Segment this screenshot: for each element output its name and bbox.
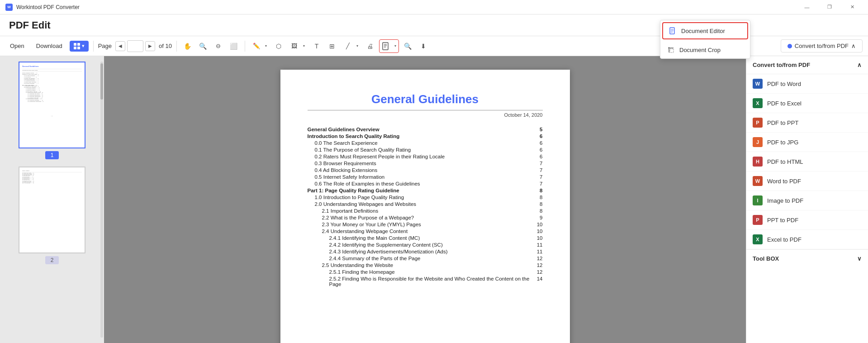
close-button[interactable]: ✕	[842, 0, 863, 14]
toc-page-num: 9	[540, 215, 542, 220]
document-dropdown-arrow[interactable]: ▾	[392, 40, 398, 52]
line-dropdown[interactable]: ▾	[354, 40, 360, 52]
next-page-button[interactable]: ▶	[145, 41, 155, 51]
draw-tool-dropdown[interactable]: ▾	[263, 40, 269, 52]
toc-text: 2.4.4 Summary of the Parts of the Page	[329, 256, 421, 261]
sidebar-option-pdf-word[interactable]: WPDF to Word	[746, 74, 868, 94]
line-tool-group[interactable]: ╱ ▾	[341, 39, 361, 53]
sidebar-convert-header[interactable]: Convert to/from PDF ∧	[746, 56, 868, 74]
convert-button[interactable]: Convert to/from PDF ∧	[781, 39, 863, 52]
sidebar-option-excel-pdf[interactable]: XExcel to PDF	[746, 230, 868, 249]
toc-text: 0.3 Browser Requirements	[315, 161, 376, 166]
toc-text: 2.3 Your Money or Your Life (YMYL) Pages	[322, 222, 421, 227]
option-label-pdf-word: PDF to Word	[767, 81, 801, 87]
draw-tool-group[interactable]: ✏️ ▾	[250, 39, 270, 53]
toc-entry: 2.3 Your Money or Your Life (YMYL) Pages…	[308, 221, 543, 228]
scrollbar-thumb[interactable]	[100, 63, 103, 100]
toc-text: 2.5.1 Finding the Homepage	[329, 269, 395, 275]
toc-page-num: 8	[540, 208, 542, 214]
toc-entry: 2.5.1 Finding the Homepage12	[308, 268, 543, 275]
title-bar-left: W Workintool PDF Converter	[5, 4, 80, 11]
select-tool-button[interactable]: ⊞	[326, 40, 338, 52]
toc-text: 2.5 Understanding the Website	[322, 262, 394, 268]
option-label-ppt-pdf: PPT to PDF	[767, 217, 798, 224]
toc-entry: 2.1 Important Definitions8	[308, 207, 543, 214]
toc-page-num: 10	[537, 229, 543, 234]
toc-text: 2.0 Understanding Webpages and Websites	[315, 201, 417, 207]
thumbnail-sidebar: General Guidelines Comprehensive Search …	[0, 56, 104, 343]
toc-entry: Part 1: Page Quality Rating Guideline8	[308, 187, 543, 194]
view-mode-button[interactable]: ▾	[70, 41, 89, 52]
dropdown-document-crop[interactable]: Document Crop	[660, 41, 750, 58]
toc-page-num: 6	[540, 140, 542, 146]
sidebar-option-word-pdf[interactable]: WWord to PDF	[746, 172, 868, 191]
convert-header-label: Convert to/from PDF	[753, 62, 810, 68]
pdf-date: October 14, 2020	[308, 110, 543, 118]
page-input[interactable]: 1	[127, 40, 143, 52]
toc-text: 0.2 Raters Must Represent People in thei…	[315, 154, 445, 159]
convert-label: Convert to/from PDF	[795, 43, 849, 49]
option-icon-pdf-word: W	[753, 79, 763, 89]
shape-tool-button[interactable]: ⬡	[272, 40, 285, 52]
toc-page-num: 14	[537, 276, 543, 287]
document-editor-button[interactable]	[379, 40, 392, 52]
image-tool-group[interactable]: 🖼 ▾	[288, 39, 308, 53]
option-label-pdf-ppt: PDF to PPT	[767, 119, 798, 126]
page-fit-button[interactable]: ⬜	[228, 40, 240, 52]
toc-page-num: 11	[537, 242, 543, 248]
sidebar-option-ppt-pdf[interactable]: PPPT to PDF	[746, 210, 868, 230]
print-button[interactable]: 🖨	[364, 40, 376, 52]
toc-page-num: 12	[537, 256, 543, 261]
sidebar-option-image-pdf[interactable]: IImage to PDF	[746, 191, 868, 210]
text-tool-button[interactable]: T	[310, 40, 323, 52]
toolbox-section[interactable]: Tool BOX ∨	[746, 249, 868, 267]
search-button[interactable]: 🔍	[402, 40, 414, 52]
zoom-out-button[interactable]: 🔍	[197, 40, 209, 52]
dropdown-document-editor[interactable]: Document Editor	[662, 22, 748, 39]
document-tool-group[interactable]: ▾	[379, 39, 399, 53]
hand-tool-button[interactable]: ✋	[181, 40, 194, 52]
sidebar-option-pdf-jpg[interactable]: JPDF to JPG	[746, 133, 868, 152]
toc-text: 2.2 What is the Purpose of a Webpage?	[322, 215, 414, 220]
window-controls: — ❐ ✕	[797, 0, 863, 14]
convert-chevron: ∧	[851, 43, 856, 49]
scrollbar-track[interactable]	[100, 62, 103, 338]
download-button[interactable]: Download	[32, 39, 67, 53]
separator-2	[176, 41, 177, 52]
thumbnail-2[interactable]: Section 2 continued... 2.5.3 Finding Abo…	[19, 167, 85, 264]
toc-entry: 2.4.2 Identifying the Supplementary Cont…	[308, 241, 543, 248]
toc-page-num: 6	[540, 133, 542, 139]
prev-page-button[interactable]: ◀	[115, 41, 125, 51]
sidebar-option-pdf-ppt[interactable]: PPDF to PPT	[746, 113, 868, 133]
separator-1	[93, 41, 94, 52]
pen-tool-button[interactable]: ✏️	[250, 40, 263, 52]
dropdown-crop-label: Document Crop	[679, 47, 721, 53]
page-navigation: Page ◀ 1 ▶ of 10	[98, 40, 172, 52]
sidebar-option-pdf-excel[interactable]: XPDF to Excel	[746, 94, 868, 113]
toc-text: 2.4 Understanding Webpage Content	[322, 229, 408, 234]
image-button[interactable]: 🖼	[288, 40, 301, 52]
sidebar-option-pdf-html[interactable]: HPDF to HTML	[746, 152, 868, 172]
minimize-button[interactable]: —	[797, 0, 817, 14]
app-name: Workintool PDF Converter	[16, 4, 80, 10]
save-button[interactable]: ⬇	[417, 40, 430, 52]
toc-page-num: 8	[540, 195, 542, 200]
restore-button[interactable]: ❐	[819, 0, 840, 14]
svg-rect-10	[670, 49, 674, 52]
thumbnail-number-1: 1	[45, 151, 59, 159]
zoom-in-button[interactable]: ⊖	[212, 40, 225, 52]
thumbnail-number-2: 2	[45, 256, 59, 264]
toc-entry: 2.4 Understanding Webpage Content10	[308, 228, 543, 234]
page-label: Page	[98, 43, 112, 49]
open-button[interactable]: Open	[5, 39, 29, 53]
toc-entry: 0.4 Ad Blocking Extensions7	[308, 167, 543, 173]
line-button[interactable]: ╱	[342, 40, 354, 52]
option-icon-pdf-ppt: P	[753, 118, 763, 128]
toc-entry: 0.0 The Search Experience6	[308, 139, 543, 146]
document-icon	[382, 42, 390, 50]
right-sidebar: Convert to/from PDF ∧ WPDF to WordXPDF t…	[746, 56, 868, 343]
thumbnail-1[interactable]: General Guidelines Comprehensive Search …	[19, 62, 85, 159]
toc-entry: 0.6 The Role of Examples in these Guidel…	[308, 180, 543, 187]
toc-container: General Guidelines Overview5Introduction…	[308, 126, 543, 287]
image-dropdown[interactable]: ▾	[301, 40, 307, 52]
